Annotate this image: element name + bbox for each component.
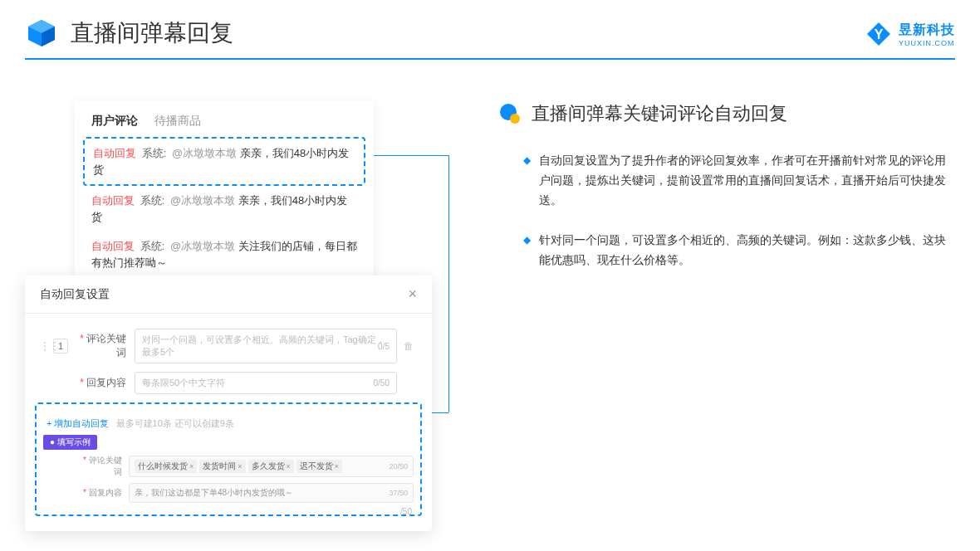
drag-handle-icon[interactable]: ⋮⋮ [40, 340, 50, 352]
example-keyword-label: *评论关键词 [76, 455, 122, 478]
char-count: 0/5 [378, 342, 390, 351]
char-count: 37/50 [389, 489, 408, 497]
close-icon[interactable]: × [408, 285, 417, 303]
content-input[interactable]: 每条限50个中文字符 0/50 [135, 372, 397, 394]
comment-item: 自动回复 系统: @冰墩墩本墩 亲亲，我们48小时内发货 [75, 186, 374, 232]
auto-reply-tag: 自动回复 [91, 240, 135, 252]
example-keyword-input[interactable]: 什么时候发货× 发货时间× 多久发货× 迟不发货× 20/50 [129, 456, 414, 477]
char-count: 20/50 [389, 462, 408, 471]
auto-reply-tag: 自动回复 [91, 194, 135, 207]
delete-icon[interactable]: 🗑 [404, 340, 417, 352]
tag-chip: 什么时候发货× [135, 460, 197, 473]
bullet-item: ◆ 自动回复设置为了提升作者的评论回复效率，作者可在开播前针对常见的评论用户问题… [498, 151, 955, 210]
bullet-text: 针对同一个问题，可设置多个相近的、高频的关键词。例如：这款多少钱、这块能优惠吗、… [539, 231, 955, 271]
char-count: 0/50 [374, 378, 390, 388]
tab-pending-products[interactable]: 待播商品 [154, 114, 201, 129]
svg-text:Y: Y [875, 27, 884, 41]
tag-chip: 发货时间× [199, 460, 245, 473]
row-number: 1 [53, 339, 68, 354]
example-badge: ● 填写示例 [43, 435, 97, 450]
left-panel: 用户评论 待播商品 自动回复 系统: @冰墩墩本墩 亲亲，我们48小时内发货 自… [25, 101, 440, 291]
settings-dialog: 自动回复设置 × ⋮⋮ 1 *评论关键词 对同一个问题，可设置多个相近、高频的关… [25, 276, 432, 531]
system-label: 系统: [140, 240, 165, 252]
example-section: + 增加自动回复 最多可建10条 还可以创建9条 ● 填写示例 *评论关键词 什… [35, 402, 422, 516]
dialog-title: 自动回复设置 [40, 287, 110, 302]
section-title: 直播间弹幕关键词评论自动回复 [532, 101, 787, 126]
diamond-icon: ◆ [523, 154, 531, 210]
diamond-icon: ◆ [523, 234, 531, 271]
add-hint: 最多可建10条 还可以创建9条 [116, 418, 234, 428]
connector-line [448, 155, 449, 412]
bullet-item: ◆ 针对同一个问题，可设置多个相近的、高频的关键词。例如：这款多少钱、这块能优惠… [498, 231, 955, 271]
example-content-input[interactable]: 亲，我们这边都是下单48小时内发货的哦～ 37/50 [129, 483, 414, 503]
logo-subtitle: YUUXIN.COM [899, 39, 955, 47]
right-panel: 直播间弹幕关键词评论自动回复 ◆ 自动回复设置为了提升作者的评论回复效率，作者可… [465, 101, 955, 291]
comment-item: 自动回复 系统: @冰墩墩本墩 关注我们的店铺，每日都有热门推荐呦～ [75, 232, 374, 277]
page-title: 直播间弹幕回复 [71, 17, 233, 49]
user-mention: @冰墩墩本墩 [172, 147, 237, 159]
svg-point-6 [510, 114, 520, 124]
bubble-icon [498, 102, 522, 125]
system-label: 系统: [140, 194, 165, 207]
user-mention: @冰墩墩本墩 [170, 240, 235, 252]
keyword-label: *评论关键词 [76, 332, 126, 360]
logo-title: 昱新科技 [899, 22, 955, 39]
bullet-text: 自动回复设置为了提升作者的评论回复效率，作者可在开播前针对常见的评论用户问题，提… [539, 151, 955, 210]
connector-line [374, 155, 448, 156]
auto-reply-tag: 自动回复 [93, 147, 136, 159]
cube-icon [25, 17, 58, 50]
tag-chip: 迟不发货× [296, 460, 342, 473]
comment-item-highlighted: 自动回复 系统: @冰墩墩本墩 亲亲，我们48小时内发货 [83, 137, 365, 186]
system-label: 系统: [142, 147, 167, 159]
keyword-input[interactable]: 对同一个问题，可设置多个相近、高频的关键词，Tag确定，最多5个 0/5 [135, 329, 397, 363]
logo-icon: Y [865, 21, 892, 47]
add-auto-reply-link[interactable]: + 增加自动回复 [47, 418, 109, 428]
example-content-label: *回复内容 [76, 487, 122, 499]
user-mention: @冰墩墩本墩 [170, 194, 235, 207]
header-divider [25, 58, 955, 60]
tab-user-comments[interactable]: 用户评论 [91, 114, 138, 129]
char-count: /50 [400, 507, 412, 516]
brand-logo: Y 昱新科技 YUUXIN.COM [865, 21, 955, 47]
content-label: *回复内容 [76, 376, 126, 390]
comment-panel: 用户评论 待播商品 自动回复 系统: @冰墩墩本墩 亲亲，我们48小时内发货 自… [75, 101, 374, 277]
page-header: 直播间弹幕回复 Y 昱新科技 YUUXIN.COM [0, 0, 980, 58]
tag-chip: 多久发货× [248, 460, 294, 473]
